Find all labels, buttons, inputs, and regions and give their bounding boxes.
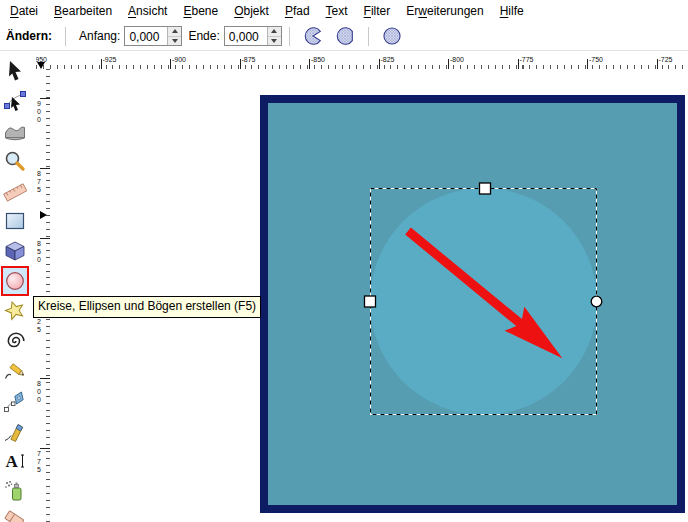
menu-item-objekt[interactable]: Objekt — [226, 1, 277, 21]
handle-right-round[interactable] — [591, 296, 602, 307]
selection-marquee — [371, 189, 597, 415]
ende-spinbox[interactable]: 0,000 — [224, 26, 282, 46]
menu-item-text[interactable]: Text — [318, 1, 356, 21]
ende-increment-button[interactable] — [268, 27, 281, 36]
selector-icon — [3, 59, 27, 83]
calligraphy-icon — [3, 419, 27, 443]
tweak-icon — [3, 119, 27, 143]
red-arrow — [398, 219, 572, 370]
vruler-label: 775 — [37, 450, 43, 474]
ende-label: Ende: — [188, 29, 219, 43]
hruler-label: -750 — [589, 56, 603, 63]
spray-icon — [3, 479, 27, 503]
hruler-label: -725 — [659, 56, 673, 63]
mode-label: Ändern: — [6, 29, 52, 43]
tool-spray[interactable] — [1, 476, 29, 506]
hruler-label: -775 — [520, 56, 534, 63]
menu-item-filter[interactable]: Filter — [356, 1, 399, 21]
tool-zoom[interactable] — [1, 146, 29, 176]
ende-value: 0,000 — [225, 27, 267, 45]
ellipse-shape[interactable] — [370, 188, 597, 415]
tool-text[interactable]: A — [1, 446, 29, 476]
menu-item-hilfe[interactable]: Hilfe — [492, 1, 532, 21]
hruler-label: -900 — [172, 56, 186, 63]
anfang-value: 0,000 — [125, 27, 167, 45]
whole-ellipse-button[interactable] — [379, 24, 405, 48]
star-icon — [3, 299, 27, 323]
zoom-icon — [3, 149, 27, 173]
vruler-label: 850 — [37, 240, 43, 264]
vruler-label: 900 — [37, 100, 43, 124]
hruler-label: -800 — [450, 56, 464, 63]
spiral-icon — [3, 329, 27, 353]
text-icon: A — [3, 449, 27, 473]
pencil-icon — [3, 359, 27, 383]
menu-item-ebene[interactable]: Ebene — [175, 1, 226, 21]
ende-decrement-button[interactable] — [268, 36, 281, 46]
hruler-label: -850 — [311, 56, 325, 63]
handle-top-square[interactable] — [480, 183, 491, 194]
tool-tweak[interactable] — [1, 116, 29, 146]
anfang-spinbox[interactable]: 0,000 — [124, 26, 182, 46]
separator — [65, 27, 66, 46]
menu-item-erweiterungen[interactable]: Erweiterungen — [398, 1, 491, 21]
menu-item-ansicht[interactable]: Ansicht — [120, 1, 175, 21]
measure-icon — [3, 179, 27, 203]
node-editor-icon — [3, 89, 27, 113]
tool-spiral[interactable] — [1, 326, 29, 356]
anfang-label: Anfang: — [79, 29, 120, 43]
menu-bar: DateiBearbeitenAnsichtEbeneObjektPfadTex… — [0, 0, 688, 23]
vruler-label: 800 — [37, 380, 43, 404]
ruler-position-marker-vertical — [40, 211, 47, 219]
menu-item-datei[interactable]: Datei — [2, 1, 46, 21]
hruler-label: -875 — [242, 56, 256, 63]
tool-ellipse[interactable] — [1, 266, 29, 296]
pie-segment-icon — [302, 25, 324, 47]
tool-rectangle[interactable] — [1, 206, 29, 236]
hruler-label: -825 — [381, 56, 395, 63]
canvas — [0, 0, 688, 522]
menu-item-bearbeiten[interactable]: Bearbeiten — [46, 1, 120, 21]
tool-box-3d[interactable] — [1, 236, 29, 266]
pie-segment-button[interactable] — [300, 24, 326, 48]
anfang-increment-button[interactable] — [168, 27, 181, 36]
tool-options-bar: Ändern: Anfang: 0,000 Ende: 0,000 — [0, 22, 688, 51]
vruler-label: 875 — [37, 170, 43, 194]
toolbox: A — [1, 56, 31, 522]
handle-left-square[interactable] — [365, 296, 376, 307]
hruler-label: -925 — [103, 56, 117, 63]
menu-item-pfad[interactable]: Pfad — [277, 1, 318, 21]
rectangle-icon — [3, 209, 27, 233]
tool-node-editor[interactable] — [1, 86, 29, 116]
separator — [368, 27, 369, 46]
pen-icon — [3, 389, 27, 413]
tool-pencil[interactable] — [1, 356, 29, 386]
ellipse-icon — [3, 269, 27, 293]
inkscape-window: DateiBearbeitenAnsichtEbeneObjektPfadTex… — [0, 0, 688, 522]
ruler-position-marker-horizontal — [37, 62, 45, 69]
document-page[interactable] — [264, 99, 681, 509]
tool-star[interactable] — [1, 296, 29, 326]
tool-measure[interactable] — [1, 176, 29, 206]
tool-calligraphy[interactable] — [1, 416, 29, 446]
tool-eraser[interactable] — [1, 506, 29, 522]
anfang-decrement-button[interactable] — [168, 36, 181, 46]
whole-ellipse-icon — [381, 25, 403, 47]
open-arc-icon — [334, 25, 356, 47]
svg-text:A: A — [6, 452, 19, 471]
open-arc-button[interactable] — [332, 24, 358, 48]
tool-selector[interactable] — [1, 56, 29, 86]
eraser-icon — [3, 509, 27, 522]
ruler-horizontal[interactable]: -950-925-900-875-850-825-800-775-750-725 — [36, 55, 688, 69]
tool-pen[interactable] — [1, 386, 29, 416]
box-3d-icon — [3, 239, 27, 263]
separator — [289, 27, 290, 46]
tooltip: Kreise, Ellipsen und Bögen erstellen (F5… — [33, 296, 261, 318]
